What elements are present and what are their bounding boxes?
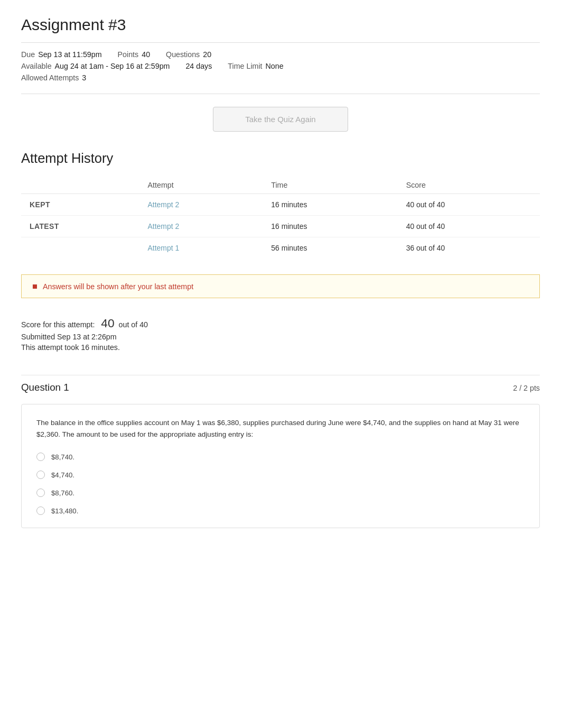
available-item: Available Aug 24 at 1am - Sep 16 at 2:59…: [21, 62, 170, 70]
available-label: Available: [21, 62, 52, 70]
info-box: ■ Answers will be shown after your last …: [21, 274, 540, 298]
answer-text-2: $4,740.: [51, 471, 74, 479]
score-section: Score for this attempt: 40 out of 40 Sub…: [21, 311, 540, 364]
col-header-time: Time: [263, 177, 397, 194]
meta-section: Due Sep 13 at 11:59pm Points 40 Question…: [21, 42, 540, 94]
col-header-tag: [21, 177, 139, 194]
due-item: Due Sep 13 at 11:59pm: [21, 50, 102, 59]
allowed-attempts-item: Allowed Attempts 3: [21, 73, 86, 82]
points-label: Points: [118, 50, 139, 59]
answer-option-1[interactable]: $8,740.: [36, 453, 525, 461]
meta-row-2: Available Aug 24 at 1am - Sep 16 at 2:59…: [21, 62, 540, 70]
radio-2[interactable]: [36, 471, 45, 479]
row-attempt-2-kept[interactable]: Attempt 2: [139, 194, 263, 216]
questions-label: Questions: [166, 50, 200, 59]
answer-option-3[interactable]: $8,760.: [36, 489, 525, 497]
attempt-history-title: Attempt History: [21, 151, 540, 166]
row-score-kept: 40 out of 40: [398, 194, 540, 216]
allowed-attempts-label: Allowed Attempts: [21, 73, 79, 82]
table-row: LATEST Attempt 2 16 minutes 40 out of 40: [21, 216, 540, 237]
attempt-table: Attempt Time Score KEPT Attempt 2 16 min…: [21, 177, 540, 259]
allowed-attempts-value: 3: [82, 73, 86, 82]
info-text: Answers will be shown after your last at…: [43, 282, 193, 291]
take-quiz-button[interactable]: Take the Quiz Again: [213, 107, 348, 132]
table-row: Attempt 1 56 minutes 36 out of 40: [21, 237, 540, 259]
col-header-score: Score: [398, 177, 540, 194]
question-text: The balance in the office supplies accou…: [36, 417, 525, 440]
questions-value: 20: [203, 50, 211, 59]
questions-item: Questions 20: [166, 50, 211, 59]
take-quiz-section: Take the Quiz Again: [21, 107, 540, 132]
row-tag-1: [21, 237, 139, 259]
radio-1[interactable]: [36, 453, 45, 461]
answer-text-4: $13,480.: [51, 507, 78, 515]
row-time-kept: 16 minutes: [263, 194, 397, 216]
attempt-history: Attempt History Attempt Time Score KEPT …: [21, 151, 540, 259]
question-pts: 2 / 2 pts: [513, 384, 540, 392]
answer-text-3: $8,760.: [51, 489, 74, 497]
time-limit-value: None: [266, 62, 284, 70]
score-out-of: out of 40: [119, 320, 148, 329]
question-block: Question 1 2 / 2 pts The balance in the …: [21, 375, 540, 528]
available-value: Aug 24 at 1am - Sep 16 at 2:59pm: [55, 62, 170, 70]
row-score-1: 36 out of 40: [398, 237, 540, 259]
answer-text-1: $8,740.: [51, 453, 74, 461]
table-row: KEPT Attempt 2 16 minutes 40 out of 40: [21, 194, 540, 216]
col-header-attempt: Attempt: [139, 177, 263, 194]
meta-row-1: Due Sep 13 at 11:59pm Points 40 Question…: [21, 50, 540, 59]
points-value: 40: [142, 50, 150, 59]
row-tag-latest: LATEST: [21, 216, 139, 237]
due-value: Sep 13 at 11:59pm: [38, 50, 101, 59]
radio-4[interactable]: [36, 506, 45, 515]
row-attempt-1[interactable]: Attempt 1: [139, 237, 263, 259]
time-line: This attempt took 16 minutes.: [21, 343, 540, 352]
table-header-row: Attempt Time Score: [21, 177, 540, 194]
available-subvalue: 24 days: [185, 62, 212, 70]
question-content: The balance in the office supplies accou…: [21, 404, 540, 528]
score-number: 40: [101, 316, 114, 330]
row-tag-kept: KEPT: [21, 194, 139, 216]
time-limit-item: Time Limit None: [228, 62, 283, 70]
page-title: Assignment #3: [21, 16, 540, 34]
answer-option-4[interactable]: $13,480.: [36, 506, 525, 515]
score-line: Score for this attempt: 40 out of 40: [21, 316, 540, 330]
time-limit-label: Time Limit: [228, 62, 262, 70]
radio-3[interactable]: [36, 489, 45, 497]
meta-row-3: Allowed Attempts 3: [21, 73, 540, 82]
row-score-latest: 40 out of 40: [398, 216, 540, 237]
due-label: Due: [21, 50, 35, 59]
row-time-1: 56 minutes: [263, 237, 397, 259]
answer-options: $8,740. $4,740. $8,760. $13,480.: [36, 453, 525, 515]
info-icon: ■: [32, 281, 38, 291]
points-item: Points 40: [118, 50, 150, 59]
question-header: Question 1 2 / 2 pts: [21, 375, 540, 400]
score-label: Score for this attempt:: [21, 320, 95, 329]
row-attempt-2-latest[interactable]: Attempt 2: [139, 216, 263, 237]
submitted-line: Submitted Sep 13 at 2:26pm: [21, 333, 540, 341]
answer-option-2[interactable]: $4,740.: [36, 471, 525, 479]
row-time-latest: 16 minutes: [263, 216, 397, 237]
question-title: Question 1: [21, 382, 69, 393]
available-subvalue-item: 24 days: [185, 62, 212, 70]
